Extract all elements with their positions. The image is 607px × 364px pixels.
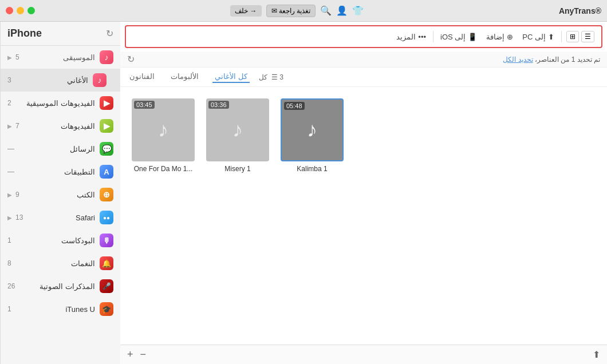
- sidebar-item-count: 13: [15, 213, 23, 221]
- count-display: 3 ☰ كل: [259, 73, 283, 81]
- tab-bar: 3 ☰ كل كل الأغاني الألبومات الفنانون: [120, 68, 607, 87]
- sidebar-item-label: الرسائل: [70, 145, 95, 153]
- sidebar-item-count: 7: [15, 122, 19, 130]
- select-all-link[interactable]: تحديد الكل: [503, 56, 533, 64]
- back-button[interactable]: → خلف: [230, 5, 262, 17]
- sidebar-item[interactable]: 🔔النغمات8: [1, 252, 120, 275]
- shirt-button[interactable]: 👕: [352, 5, 364, 16]
- sidebar-item-count: 26: [7, 282, 15, 290]
- sidebar-item-arrow: ▶: [7, 215, 12, 221]
- sidebar-item[interactable]: 🎓iTunes U1: [1, 298, 120, 321]
- to-ios-label: إلى iOS: [440, 33, 466, 41]
- sidebar-item-icon: ⊕: [100, 188, 113, 201]
- song-thumbnail: 03:45♪: [132, 98, 195, 161]
- sidebar-item[interactable]: 💬الرسائل—: [1, 137, 120, 160]
- song-name: Misery 1: [224, 165, 250, 173]
- sidebar-item[interactable]: ⊕الكتب9▶: [1, 183, 120, 206]
- add-icon: ⊕: [507, 33, 513, 41]
- nav-arrow-icon: →: [250, 7, 257, 15]
- content-area: ☰ ⊞ ⬆ إلى PC ⊕ إضافة 📱 إلى iOS ••• المزي…: [120, 22, 607, 364]
- sidebar-item-label: الموسيقى: [63, 53, 95, 62]
- toolbar-separator-2: [433, 31, 433, 42]
- to-pc-label: إلى PC: [522, 33, 546, 41]
- more-label: المزيد: [396, 33, 416, 41]
- sidebar-item-icon: A: [100, 165, 113, 179]
- add-label: إضافة: [486, 33, 504, 41]
- song-card[interactable]: 03:36♪Misery 1: [206, 98, 269, 173]
- refresh-icon[interactable]: ↻: [127, 54, 135, 65]
- sidebar-item[interactable]: ▶الفيديوهات7▶: [1, 114, 120, 137]
- sidebar-header: ↻ iPhone: [1, 22, 120, 46]
- more-dots-icon: •••: [418, 33, 426, 41]
- sidebar-item-label: البودكاست: [61, 236, 95, 245]
- tab-all-songs[interactable]: كل الأغاني: [212, 71, 250, 83]
- title-bar-center: → خلف تغذية راجعة ✉ 🔍 👤 👕: [35, 5, 559, 17]
- to-pc-button[interactable]: ⬆ إلى PC: [520, 31, 557, 42]
- sidebar-item-label: الكتب: [77, 191, 95, 199]
- song-duration: 03:45: [134, 101, 155, 109]
- bottom-bar: ⬆ − +: [120, 345, 607, 364]
- sidebar-item-count: 1: [7, 305, 11, 313]
- sidebar-item-count: 3: [7, 76, 11, 84]
- close-button[interactable]: [6, 7, 13, 14]
- bottom-left: ⬆: [593, 349, 600, 360]
- search-button[interactable]: 🔍: [320, 5, 332, 16]
- feedback-label: تغذية راجعة: [279, 7, 310, 15]
- sidebar-item-label: Safari: [76, 213, 95, 222]
- tab-artists[interactable]: الفنانون: [127, 71, 157, 83]
- to-ios-button[interactable]: 📱 إلى iOS: [438, 31, 479, 42]
- sidebar-item-label: الأغاني: [67, 76, 88, 85]
- sidebar-item-count: —: [7, 145, 14, 153]
- sidebar-item-count: 8: [7, 259, 11, 267]
- sidebar-refresh[interactable]: ↻: [106, 28, 113, 39]
- sidebar-item-arrow: ▶: [7, 123, 12, 129]
- sidebar-item[interactable]: ♪الموسيقى5▶: [1, 46, 120, 69]
- sidebar-item-icon: 💬: [100, 142, 113, 156]
- minimize-button[interactable]: [17, 7, 24, 14]
- view-toggle: ☰ ⊞: [566, 31, 594, 42]
- to-ios-icon: 📱: [468, 33, 477, 41]
- sidebar-item-label: الفيديوهات: [61, 122, 95, 130]
- sidebar-item-label: iTunes U: [65, 305, 95, 314]
- sidebar-item-label: النغمات: [71, 259, 95, 268]
- sidebar-item[interactable]: ♪الأغاني3: [1, 69, 120, 92]
- toolbar: ☰ ⊞ ⬆ إلى PC ⊕ إضافة 📱 إلى iOS ••• المزي…: [125, 25, 602, 48]
- main-layout: ☰ ⊞ ⬆ إلى PC ⊕ إضافة 📱 إلى iOS ••• المزي…: [0, 22, 607, 364]
- user-button[interactable]: 👤: [336, 5, 348, 16]
- sidebar-item-count: —: [7, 168, 14, 176]
- to-pc-icon: ⬆: [548, 33, 554, 41]
- maximize-button[interactable]: [27, 7, 35, 14]
- title-bar: → خلف تغذية راجعة ✉ 🔍 👤 👕 AnyTrans®: [0, 0, 607, 22]
- song-name: Kalimba 1: [297, 165, 327, 173]
- sidebar-item[interactable]: Aالتطبيقات—: [1, 160, 120, 183]
- more-button[interactable]: ••• المزيد: [394, 31, 428, 42]
- plus-button[interactable]: +: [127, 349, 133, 361]
- sidebar-item-arrow: ▶: [7, 54, 12, 61]
- add-button[interactable]: ⊕ إضافة: [484, 31, 515, 42]
- sidebar-item-icon: ♪: [100, 50, 113, 64]
- export-icon[interactable]: ⬆: [593, 349, 600, 360]
- sidebar-list: ♪الموسيقى5▶♪الأغاني3▶الفيديوهات الموسيقي…: [1, 46, 120, 364]
- grid-view-button[interactable]: ⊞: [566, 31, 579, 42]
- song-card[interactable]: 03:45♪One For Da Mo 1...: [132, 98, 195, 173]
- sidebar-item-count: 2: [7, 99, 11, 107]
- song-card[interactable]: 05:48♪Kalimba 1: [281, 98, 344, 173]
- minus-button[interactable]: −: [140, 349, 147, 361]
- sidebar-item[interactable]: ●●Safari13▶: [1, 206, 120, 229]
- tab-albums[interactable]: الألبومات: [168, 71, 201, 83]
- song-duration: 05:48: [284, 102, 305, 110]
- feedback-button[interactable]: تغذية راجعة ✉: [266, 5, 316, 17]
- sidebar-item-arrow: ▶: [7, 192, 12, 198]
- device-name: iPhone: [7, 27, 42, 39]
- sidebar-item-count: 5: [15, 53, 19, 61]
- sidebar-item[interactable]: ▶الفيديوهات الموسيقية2: [1, 92, 120, 114]
- sidebar-item-icon: ●●: [100, 211, 113, 224]
- back-label: خلف: [235, 7, 248, 15]
- sidebar-item-label: الفيديوهات الموسيقية: [26, 99, 95, 108]
- sidebar-item[interactable]: 🎤المذكرات الصوتية26: [1, 275, 120, 298]
- sidebar-item-icon: 🎤: [100, 279, 113, 293]
- toolbar-separator-1: [561, 31, 562, 42]
- sidebar-item[interactable]: 🎙البودكاست1: [1, 229, 120, 252]
- sidebar-item-icon: 🔔: [100, 256, 113, 270]
- list-view-button[interactable]: ☰: [581, 31, 594, 42]
